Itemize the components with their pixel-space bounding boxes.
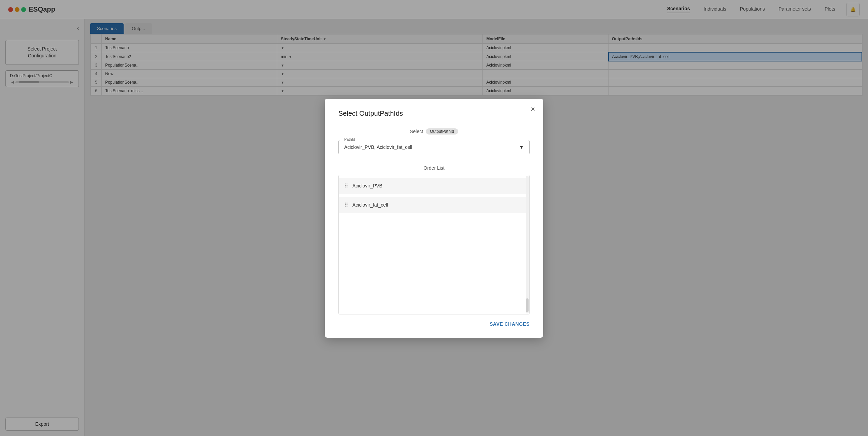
modal-dialog: × Select OutputPathIds Select OutputPath… [325, 99, 543, 338]
modal-close-button[interactable]: × [531, 106, 535, 113]
select-label: Select [410, 129, 423, 134]
scrollbar-thumb [526, 298, 529, 312]
drag-handle-icon: ⠿ [344, 202, 348, 208]
pathid-value: Aciclovir_PVB, Aciclovir_fat_cell [344, 144, 412, 150]
modal-title: Select OutputPathIds [338, 110, 530, 117]
modal-footer: SAVE CHANGES [338, 314, 530, 327]
order-list-scrollbar[interactable] [526, 176, 529, 313]
order-item-label: Aciclovir_PVB [352, 183, 382, 188]
modal-overlay: × Select OutputPathIds Select OutputPath… [0, 0, 868, 436]
modal-select-section: Select OutputPathId [338, 128, 530, 135]
pathid-dropdown[interactable]: PathId Aciclovir_PVB, Aciclovir_fat_cell… [338, 140, 530, 154]
pathid-label: PathId [343, 137, 356, 141]
drag-handle-icon: ⠿ [344, 183, 348, 189]
order-item-fat-cell[interactable]: ⠿ Aciclovir_fat_cell [339, 197, 529, 213]
order-item-pvb[interactable]: ⠿ Aciclovir_PVB [339, 178, 529, 194]
save-changes-button[interactable]: SAVE CHANGES [490, 321, 530, 327]
order-item-label: Aciclovir_fat_cell [352, 202, 388, 208]
order-item-gap [339, 194, 529, 197]
dropdown-arrow-icon: ▼ [519, 144, 524, 150]
order-list-label: Order List [338, 165, 530, 171]
output-path-badge: OutputPathId [426, 128, 458, 135]
order-list-inner: ⠿ Aciclovir_PVB ⠿ Aciclovir_fat_cell [339, 175, 529, 216]
order-list-container: ⠿ Aciclovir_PVB ⠿ Aciclovir_fat_cell [338, 175, 530, 314]
